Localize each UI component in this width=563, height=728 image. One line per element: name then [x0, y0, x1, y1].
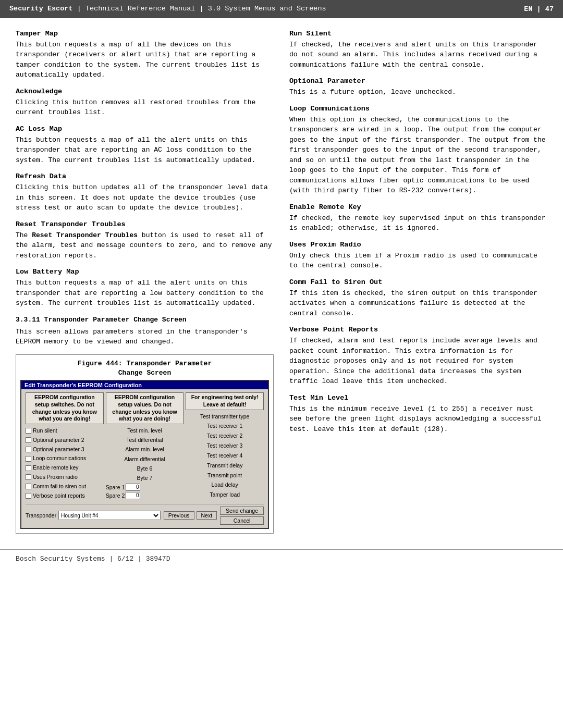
low-battery-map-section: Low Battery Map This button requests a m…: [16, 268, 274, 309]
eeprom-dialog: Edit Transponder's EEPROM Configuration …: [20, 380, 269, 528]
figure-444-box: Figure 444: Transponder Parameter Change…: [16, 354, 274, 534]
verbose-point-reports-section: Verbose Point Reports If checked, alarm …: [289, 326, 547, 387]
uses-proxim-radio-section: Uses Proxim Radio Only check this item i…: [289, 241, 547, 271]
eeprom-body: EEPROM configuration setup switches. Do …: [21, 389, 268, 527]
eeprom-col-checkboxes: EEPROM configuration setup switches. Do …: [26, 392, 104, 500]
loop-comm-body: When this option is checked, the communi…: [289, 115, 547, 196]
cb-run-silent: Run silent: [26, 426, 104, 436]
run-silent-body: If checked, the receivers and alert unit…: [289, 40, 547, 70]
mid-label-alarm-min: Alarm min. level: [106, 445, 184, 454]
page-header: Security Escort | Technical Reference Ma…: [0, 0, 563, 18]
test-min-level-title: Test Min Level: [289, 394, 547, 402]
cb-label-verbose-point-reports: Verbose point reports: [33, 491, 85, 501]
cb-box-optional-param3[interactable]: [26, 447, 31, 452]
eeprom-footer-nav: Previous Next: [164, 511, 217, 520]
eeprom-mid-col: Test min. level Test differential Alarm …: [106, 426, 184, 500]
cancel-button[interactable]: Cancel: [220, 516, 264, 525]
cb-optional-param3: Optional parameter 3: [26, 445, 104, 454]
footer-text: Bosch Security Systems | 6/12 | 38947D: [16, 555, 170, 563]
optional-param-body: This is a future option, leave unchecked…: [289, 87, 547, 97]
enable-remote-key-body: If checked, the remote key supervised in…: [289, 213, 547, 233]
cb-box-comm-fail-siren[interactable]: [26, 484, 31, 489]
reset-transponder-section: Reset Transponder Troubles The Reset Tra…: [16, 220, 274, 261]
cb-box-loop-communications[interactable]: [26, 456, 31, 462]
acknowledge-body: Clicking this button removes all restore…: [16, 97, 274, 118]
eeprom-columns: EEPROM configuration setup switches. Do …: [26, 392, 264, 500]
comm-fail-siren-section: Comm Fail to Siren Out If this item is c…: [289, 278, 547, 319]
mid-label-byte6: Byte 6: [106, 464, 184, 473]
eeprom-checkbox-list: Run silent Optional parameter 2 Optional…: [26, 426, 104, 501]
ac-loss-map-section: AC Loss Map This button requests a map o…: [16, 125, 274, 166]
cb-label-enable-remote-key: Enable remote key: [33, 463, 79, 473]
cb-enable-remote-key: Enable remote key: [26, 463, 104, 473]
mid-label-test-diff: Test differential: [106, 436, 184, 445]
cb-box-optional-param2[interactable]: [26, 437, 31, 443]
right-label-transmit-point: Transmit point: [186, 471, 264, 480]
right-label-test-transmitter: Test transmitter type: [186, 412, 264, 422]
optional-param-title: Optional Parameter: [289, 77, 547, 85]
tamper-map-body: This button requests a map of all the de…: [16, 40, 274, 80]
comm-fail-siren-body: If this item is checked, the siren outpu…: [289, 288, 547, 319]
reset-body-prefix: The: [16, 231, 32, 239]
eeprom-col1-header: EEPROM configuration setup switches. Do …: [26, 392, 104, 424]
transponder-label: Transponder: [26, 512, 56, 519]
figure-title-line2: Change Screen: [118, 369, 171, 377]
cb-box-enable-remote-key[interactable]: [26, 465, 31, 471]
send-change-button[interactable]: Send change: [220, 507, 264, 515]
right-label-load-delay: Load delay: [186, 480, 264, 490]
page-footer: Bosch Security Systems | 6/12 | 38947D: [0, 549, 563, 568]
right-label-test-receiver3: Test receiver 3: [186, 441, 264, 451]
eeprom-col-values: EEPROM configuration setup values. Do no…: [106, 392, 184, 500]
eeprom-footer-left: Transponder Housing Unit #4: [26, 511, 161, 520]
spare2-input[interactable]: [126, 492, 140, 499]
spare2-label: Spare 2: [106, 492, 125, 499]
right-label-test-receiver1: Test receiver 1: [186, 422, 264, 431]
cb-label-optional-param3: Optional parameter 3: [33, 445, 84, 454]
previous-button[interactable]: Previous: [164, 511, 194, 520]
cb-optional-param2: Optional parameter 2: [26, 436, 104, 445]
tamper-map-section: Tamper Map This button requests a map of…: [16, 30, 274, 80]
eeprom-footer: Transponder Housing Unit #4 Previous Nex…: [26, 504, 264, 525]
reset-body-bold: Reset Transponder Troubles: [32, 231, 138, 239]
refresh-data-title: Refresh Data: [16, 172, 274, 180]
cb-label-loop-communications: Loop communications: [33, 454, 86, 463]
tamper-map-title: Tamper Map: [16, 30, 274, 38]
cb-loop-communications: Loop communications: [26, 454, 104, 463]
cb-comm-fail-siren: Comm fail to siren out: [26, 482, 104, 491]
reset-transponder-title: Reset Transponder Troubles: [16, 220, 274, 228]
header-title: Security Escort | Technical Reference Ma…: [9, 4, 326, 14]
mid-label-test-min: Test min. level: [106, 426, 184, 435]
section-3311: 3.3.11 Transponder Parameter Change Scre…: [16, 316, 274, 347]
refresh-data-body: Clicking this button updates all of the …: [16, 182, 274, 213]
cb-label-uses-proxim-radio: Uses Proxim radio: [33, 473, 78, 482]
loop-comm-title: Loop Communications: [289, 105, 547, 113]
cb-box-verbose-point-reports[interactable]: [26, 493, 31, 499]
verbose-point-reports-title: Verbose Point Reports: [289, 326, 547, 334]
header-title-rest: | Technical Reference Manual | 3.0 Syste…: [73, 5, 326, 13]
right-label-tamper-load: Tamper load: [186, 490, 264, 500]
eeprom-right-labels: Test transmitter type Test receiver 1 Te…: [186, 412, 264, 500]
housing-select[interactable]: Housing Unit #4: [58, 511, 161, 520]
right-label-test-receiver2: Test receiver 2: [186, 431, 264, 441]
right-label-test-receiver4: Test receiver 4: [186, 451, 264, 461]
cb-box-run-silent[interactable]: [26, 428, 31, 434]
spare1-input[interactable]: [126, 484, 140, 491]
cb-uses-proxim-radio: Uses Proxim radio: [26, 473, 104, 482]
comm-fail-siren-title: Comm Fail to Siren Out: [289, 278, 547, 286]
optional-param-section: Optional Parameter This is a future opti…: [289, 77, 547, 97]
header-page-number: EN | 47: [524, 5, 554, 13]
figure-444-title: Figure 444: Transponder Parameter Change…: [16, 355, 273, 380]
right-column: Run Silent If checked, the receivers and…: [289, 30, 547, 539]
ac-loss-map-title: AC Loss Map: [16, 125, 274, 133]
uses-proxim-radio-title: Uses Proxim Radio: [289, 241, 547, 249]
spare1-row: Spare 1: [106, 484, 184, 491]
eeprom-col2-header: EEPROM configuration setup values. Do no…: [106, 392, 184, 424]
low-battery-map-body: This button requests a map of all the al…: [16, 278, 274, 309]
cb-label-comm-fail-siren: Comm fail to siren out: [33, 482, 86, 491]
test-min-level-body: This is the minimum receive level (1 to …: [289, 404, 547, 435]
section-3311-body: This screen allows parameters stored in …: [16, 327, 274, 347]
next-button[interactable]: Next: [197, 511, 217, 520]
page-wrapper: Security Escort | Technical Reference Ma…: [0, 0, 563, 568]
cb-box-uses-proxim-radio[interactable]: [26, 474, 31, 480]
acknowledge-section: Acknowledge Clicking this button removes…: [16, 88, 274, 118]
